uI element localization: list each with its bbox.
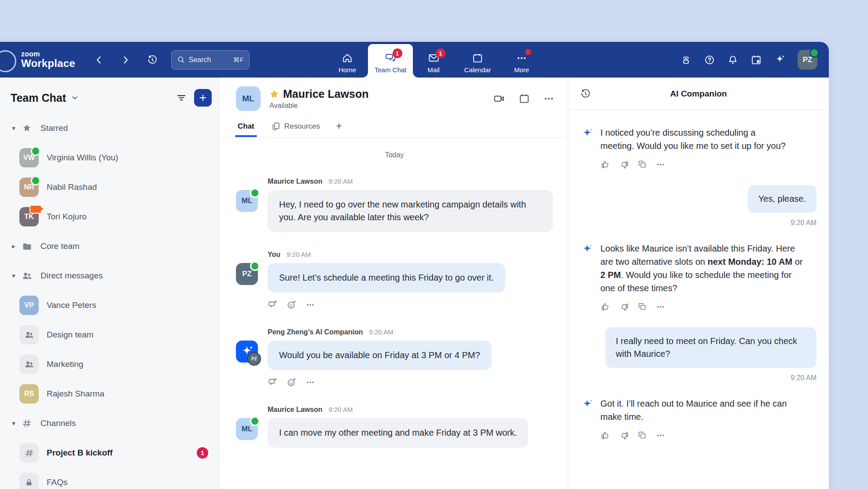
hash-icon [19,418,34,429]
message-group: You 9:20 AM PZ Sure! Let’s schedule a me… [236,251,553,310]
sidebar-title-dropdown[interactable]: Team Chat [11,92,79,104]
more-options-icon[interactable] [543,93,555,104]
copy-icon[interactable] [637,302,647,311]
sidebar-item-group[interactable]: Marketing [4,352,213,376]
ai-companion-icon[interactable] [774,54,786,66]
add-tab-button[interactable]: + [336,120,342,136]
user-prompt-bubble[interactable]: Yes, please. [748,185,817,213]
tab-team-chat[interactable]: 1 Team Chat [368,44,413,78]
avatar[interactable]: ML [236,190,258,212]
sidebar-section-core-team[interactable]: ▸ Core team [4,234,213,258]
message-timestamp: 9:20 AM [328,178,353,185]
new-chat-button[interactable] [194,89,212,107]
user-prompt: Yes, please. 9:20 AM [748,185,817,227]
history-icon[interactable] [580,88,591,100]
thumbs-down-icon[interactable] [619,430,629,440]
schedule-calendar-icon[interactable] [750,54,762,66]
open-in-window-icon[interactable] [786,88,797,99]
more-actions-icon[interactable] [656,431,665,440]
more-actions-icon[interactable] [656,302,665,311]
reply-in-thread-icon[interactable] [268,300,278,310]
sidebar-item-channel-project-b[interactable]: Project B kickoff 1 [4,441,213,465]
sidebar-item-group[interactable]: Design team [4,323,213,347]
message-group: Peng Zheng’s AI Companion 9:20 AM PZ Wou… [236,328,553,387]
copy-icon[interactable] [637,159,647,169]
thumbs-down-icon[interactable] [619,159,629,169]
tab-mail[interactable]: 1 Mail [413,42,454,78]
collapse-caret-icon[interactable]: ▸ [8,242,19,250]
starred-icon[interactable] [269,89,279,99]
schedule-meeting-icon[interactable] [519,93,530,104]
message-timestamp: 9:20 AM [791,219,817,227]
more-actions-icon[interactable] [305,300,315,310]
thumbs-down-icon[interactable] [619,302,629,311]
online-status-dot [31,146,40,156]
tab-more[interactable]: More [501,42,542,78]
ai-response-text: Got it. I’ll reach out to Maurice and se… [600,397,804,423]
ai-companion-panel: AI Companion I noticed you’re discussing… [568,78,829,489]
online-status-dot [31,176,40,185]
message-bubble[interactable]: Sure! Let’s schedule a meeting this Frid… [268,263,505,293]
sidebar-item-contact[interactable]: RS Rajesh Sharma [4,382,213,406]
ai-response: I noticed you’re discussing scheduling a… [581,126,817,152]
notifications-icon[interactable] [727,54,739,66]
in-video-status-icon [29,205,42,214]
more-actions-icon[interactable] [305,378,315,387]
avatar[interactable]: ML [236,418,258,440]
collapse-caret-icon[interactable]: ▾ [8,272,19,280]
sidebar-title: Team Chat [11,92,66,104]
more-actions-icon[interactable] [656,160,665,169]
hash-icon [24,448,34,458]
start-video-meeting-icon[interactable] [493,93,505,105]
logo-workplace: Workplace [21,58,75,69]
message-timestamp: 9:20 AM [369,328,394,336]
collapse-caret-icon[interactable]: ▾ [8,124,19,132]
reply-in-thread-icon[interactable] [268,377,278,387]
sidebar-item-contact[interactable]: VW Virginia Willis (You) [4,146,213,170]
ai-companion-avatar[interactable]: PZ [236,341,258,363]
more-icon [516,52,527,64]
ai-response-text: Looks like Maurice isn’t available this … [600,242,806,295]
sidebar-section-starred[interactable]: ▾ Starred [4,116,213,140]
forward-button[interactable] [120,55,131,65]
thumbs-up-icon[interactable] [600,430,610,440]
tab-chat[interactable]: Chat [237,119,255,137]
avatar[interactable]: PZ [236,263,258,285]
thumbs-up-icon[interactable] [600,302,610,311]
sidebar-section-direct-messages[interactable]: ▾ Direct messages [4,264,213,288]
tab-calendar[interactable]: Calendar [454,42,501,78]
help-icon[interactable] [704,54,715,66]
message-bubble[interactable]: Hey, I need to go over the new marketing… [268,190,553,232]
message-bubble[interactable]: Would you be available on Friday at 3 PM… [268,341,492,370]
tab-resources[interactable]: Resources [270,118,321,137]
history-icon[interactable] [147,54,158,66]
search-shortcut: ⌘F [233,56,244,64]
message-timestamp: 9:20 AM [791,374,817,382]
add-reaction-icon[interactable] [287,300,297,310]
copy-icon[interactable] [637,430,647,440]
search-input[interactable]: Search ⌘F [171,50,250,70]
sidebar-item-contact[interactable]: VP Vance Peters [4,293,213,317]
calendar-icon [472,52,483,64]
sidebar-item-contact[interactable]: TK Tori Kojuro [4,205,213,229]
collapse-caret-icon[interactable]: ▾ [8,419,19,427]
sidebar-item-contact[interactable]: NR Nabil Rashad [4,175,213,199]
online-status-dot [250,416,260,426]
chevron-down-icon [70,93,79,102]
contact-avatar[interactable]: ML [236,86,261,111]
user-avatar[interactable]: PZ [798,50,817,70]
chat-header: ML Maurice Lawson Available [219,78,568,114]
thumbs-up-icon[interactable] [600,159,610,169]
unread-badge: 1 [197,447,208,459]
back-button[interactable] [94,55,104,65]
app-window: zoom Workplace Search ⌘F Home [0,42,829,489]
sidebar-item-channel-faqs[interactable]: FAQs [4,470,213,489]
close-icon[interactable] [806,88,817,99]
add-reaction-icon[interactable] [287,377,297,387]
message-bubble[interactable]: I can move my other meeting and make Fri… [268,418,528,448]
share-screen-icon[interactable] [680,54,692,66]
user-prompt-bubble[interactable]: I really need to meet on Friday. Can you… [605,327,817,368]
filter-icon[interactable] [176,92,187,104]
tab-home[interactable]: Home [327,42,368,78]
sidebar-section-channels[interactable]: ▾ Channels [4,411,213,435]
